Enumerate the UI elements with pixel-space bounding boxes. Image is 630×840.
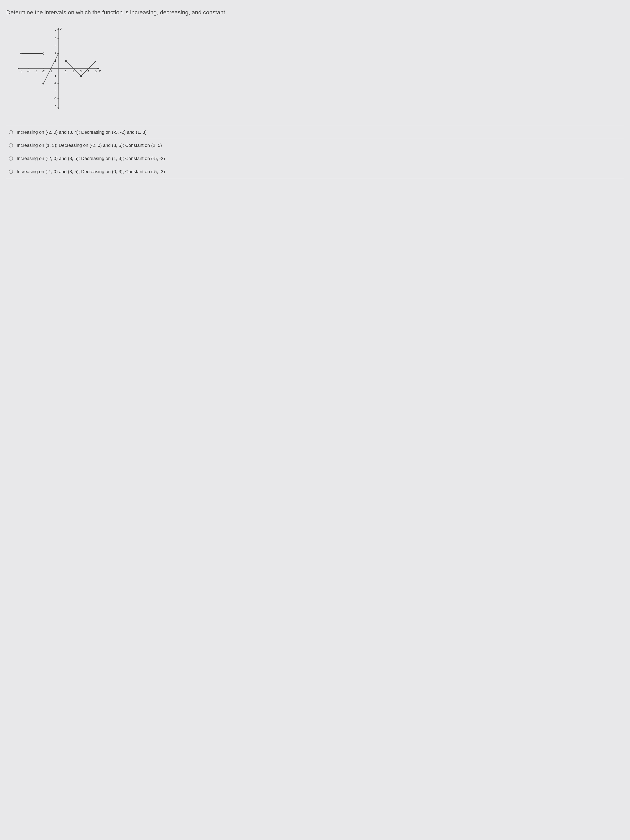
svg-text:2: 2 (73, 69, 74, 73)
chart-container: -5-4-3-2-112345-5-4-3-2-112345xy (14, 25, 624, 113)
svg-text:5: 5 (55, 29, 56, 33)
svg-text:-5: -5 (20, 69, 22, 73)
svg-text:-4: -4 (27, 69, 30, 73)
radio-icon (9, 143, 13, 147)
svg-text:4: 4 (55, 37, 56, 40)
radio-icon (9, 170, 13, 174)
svg-text:5: 5 (95, 69, 97, 73)
svg-text:3: 3 (80, 69, 82, 73)
svg-text:1: 1 (65, 69, 67, 73)
svg-text:-2: -2 (42, 69, 45, 73)
svg-marker-4 (57, 28, 59, 30)
svg-point-52 (43, 83, 44, 84)
svg-point-49 (20, 53, 22, 54)
svg-marker-2 (97, 68, 99, 69)
svg-text:x: x (99, 69, 101, 73)
svg-text:-2: -2 (54, 82, 57, 85)
svg-text:4: 4 (87, 69, 89, 73)
svg-text:-3: -3 (54, 89, 57, 93)
option-label: Increasing on (1, 3); Decreasing on (-2,… (17, 143, 162, 148)
option-c[interactable]: Increasing on (-2, 0) and (3, 5); Decrea… (6, 152, 624, 165)
option-label: Increasing on (-1, 0) and (3, 5); Decrea… (17, 169, 165, 174)
function-graph: -5-4-3-2-112345-5-4-3-2-112345xy (14, 25, 102, 112)
option-b[interactable]: Increasing on (1, 3); Decreasing on (-2,… (6, 139, 624, 152)
svg-marker-3 (18, 68, 19, 69)
option-label: Increasing on (-2, 0) and (3, 5); Decrea… (17, 156, 165, 161)
svg-point-55 (65, 60, 67, 62)
radio-icon (9, 156, 13, 161)
svg-text:-5: -5 (54, 104, 57, 107)
svg-point-50 (43, 53, 44, 54)
svg-text:3: 3 (55, 44, 56, 47)
radio-icon (9, 130, 13, 134)
svg-point-53 (57, 53, 59, 54)
svg-text:-3: -3 (35, 69, 37, 73)
option-d[interactable]: Increasing on (-1, 0) and (3, 5); Decrea… (6, 165, 624, 178)
svg-text:-1: -1 (54, 74, 57, 77)
option-label: Increasing on (-2, 0) and (3, 4); Decrea… (17, 129, 147, 135)
svg-text:2: 2 (55, 52, 56, 55)
option-a[interactable]: Increasing on (-2, 0) and (3, 4); Decrea… (6, 126, 624, 139)
question-text: Determine the intervals on which the fun… (6, 8, 624, 16)
svg-point-58 (80, 75, 82, 77)
svg-marker-5 (57, 107, 59, 109)
options-list: Increasing on (-2, 0) and (3, 4); Decrea… (6, 126, 624, 178)
svg-text:y: y (60, 26, 62, 30)
svg-text:-4: -4 (54, 97, 57, 100)
